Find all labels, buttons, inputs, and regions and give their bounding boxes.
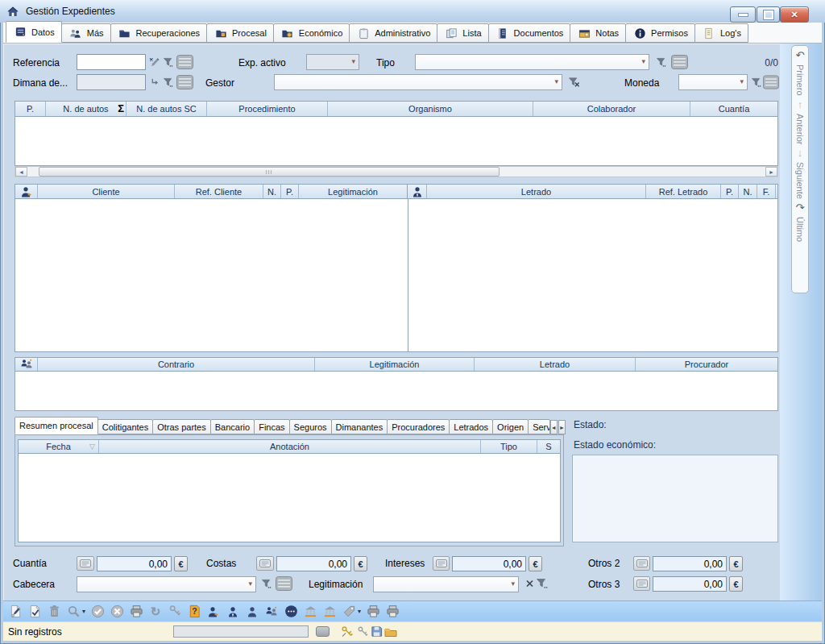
column-header-letrado2[interactable]: Letrado [475, 358, 636, 371]
procurador-icon[interactable] [245, 605, 259, 619]
minimize-button[interactable] [730, 6, 756, 23]
scroll-left-button[interactable]: ◄ [15, 167, 27, 177]
subtab-otras-partes[interactable]: Otras partes [152, 419, 211, 434]
nav-first-label[interactable]: Primero [795, 64, 805, 96]
subtab-seguros[interactable]: Seguros [289, 419, 332, 434]
tab-permisos[interactable]: Permisos [625, 23, 695, 43]
filter-icon[interactable] [162, 55, 174, 69]
otros2-input[interactable] [653, 556, 727, 571]
tab-economico[interactable]: Económico [273, 23, 350, 43]
letrado-icon[interactable] [226, 605, 240, 619]
moneda-select[interactable]: ▾ [678, 74, 748, 90]
accept-icon[interactable] [90, 605, 105, 619]
column-header-cuantia[interactable]: Cuantía [690, 102, 777, 116]
maximize-button[interactable] [757, 6, 780, 23]
column-header-ref-letrado[interactable]: Ref. Letrado [646, 185, 721, 198]
tab-lista[interactable]: Lista [437, 23, 488, 43]
nav-next-label[interactable]: Siguiente [795, 162, 805, 199]
dimana-input[interactable] [77, 74, 146, 90]
contrario-grid-body[interactable] [15, 372, 778, 411]
otros2-currency-button[interactable]: € [729, 556, 743, 571]
tab-documentos[interactable]: Documentos [488, 23, 571, 43]
legitimacion-clear-filter-icon[interactable] [522, 576, 553, 591]
intereses-keypad-button[interactable] [433, 556, 450, 571]
legitimacion-select[interactable]: ▾ [373, 576, 519, 592]
column-header-ref-cliente[interactable]: Ref. Cliente [175, 185, 263, 198]
contrario-icon[interactable] [264, 605, 279, 619]
subtab-bancario[interactable]: Bancario [210, 419, 255, 434]
column-header-p[interactable]: P. [281, 185, 299, 198]
refresh-icon[interactable]: ↻ [148, 605, 163, 619]
first-record-icon[interactable]: ↶ [796, 50, 805, 61]
column-header-autos[interactable]: N. de autos Σ [46, 102, 126, 116]
otros2-keypad-button[interactable] [633, 556, 650, 571]
new-record-icon[interactable] [8, 605, 23, 619]
subtab-letrados[interactable]: Letrados [449, 419, 493, 434]
column-header-procurador[interactable]: Procurador [636, 358, 777, 371]
nav-previous-label[interactable]: Anterior [795, 114, 805, 145]
estado-economico-listbox[interactable] [572, 455, 778, 542]
costas-keypad-button[interactable] [256, 556, 274, 571]
key-icon[interactable] [356, 625, 370, 638]
edit-record-icon[interactable] [27, 605, 42, 619]
costas-input[interactable] [276, 556, 351, 571]
column-header-anotacion[interactable]: Anotación [99, 440, 481, 453]
tab-procesal[interactable]: Procesal [206, 23, 274, 43]
tab-administrativo[interactable]: Administrativo [349, 23, 437, 43]
tab-logs[interactable]: Log's [694, 23, 748, 43]
column-header-p[interactable]: P. [15, 102, 46, 116]
permissions-keys-icon[interactable] [340, 625, 354, 638]
delete-icon[interactable] [47, 605, 61, 619]
tab-mas[interactable]: Más [61, 23, 111, 43]
print-preview-icon[interactable] [366, 605, 380, 619]
cliente-letrado-grid-body[interactable] [15, 199, 778, 352]
sum-icon[interactable]: Σ [118, 102, 124, 114]
moneda-filter-icon[interactable] [750, 75, 762, 89]
status-small-button[interactable] [316, 626, 330, 637]
column-header-n2[interactable]: N. [739, 185, 757, 198]
tab-notas[interactable]: Notas [570, 23, 626, 43]
bank-icon[interactable] [303, 605, 317, 619]
column-header-p2[interactable]: P. [721, 185, 739, 198]
cuantia-input[interactable] [97, 556, 172, 571]
referencia-input[interactable] [77, 54, 146, 70]
subtab-origen[interactable]: Origen [492, 419, 529, 434]
help-icon[interactable]: ? [187, 605, 201, 619]
last-record-icon[interactable]: ↷ [796, 202, 805, 214]
column-header-s[interactable]: S [537, 440, 560, 453]
previous-record-icon[interactable]: ↑ [798, 99, 803, 110]
tab-datos[interactable]: Datos [6, 21, 62, 43]
close-button[interactable]: ✕ [780, 6, 809, 23]
costas-currency-button[interactable]: € [354, 556, 367, 571]
tab-recuperaciones[interactable]: Recuperaciones [110, 23, 208, 43]
exp-activo-select[interactable]: ▾ [306, 54, 359, 70]
column-header-organismo[interactable]: Organismo [328, 102, 533, 116]
dimana-filter-icon[interactable] [162, 75, 174, 89]
column-header-colaborador[interactable]: Colaborador [533, 102, 690, 116]
print-list-icon[interactable] [385, 605, 400, 619]
intereses-input[interactable] [452, 556, 526, 571]
column-header-f[interactable]: F. [757, 185, 776, 198]
intereses-currency-button[interactable]: € [529, 556, 542, 571]
autonumber-icon[interactable] [148, 55, 161, 69]
subtab-resumen-procesal[interactable]: Resumen procesal [15, 417, 98, 434]
cuantia-currency-button[interactable]: € [174, 556, 188, 571]
subtab-scroll-left[interactable]: ◄ [550, 420, 558, 434]
column-header-legitimacion[interactable]: Legitimación [299, 185, 408, 198]
folder-icon[interactable] [383, 625, 397, 638]
list-button-icon[interactable] [176, 55, 193, 69]
link-arrow-icon[interactable] [148, 75, 161, 89]
subtab-dimanantes[interactable]: Dimanantes [331, 419, 388, 434]
moneda-list-icon[interactable] [763, 75, 779, 89]
search-menu-caret-icon[interactable]: ▾ [82, 608, 85, 615]
clear-filter-icon[interactable] [566, 75, 582, 89]
cancel-icon[interactable] [110, 605, 124, 619]
tag-icon[interactable] [342, 605, 356, 619]
autos-grid-body[interactable] [15, 117, 778, 166]
subtab-servicios[interactable]: Servi [528, 419, 549, 434]
otros3-currency-button[interactable]: € [729, 576, 743, 592]
tipo-filter-icon[interactable] [654, 55, 667, 69]
subtab-scroll-right[interactable]: ► [558, 420, 566, 434]
cabecera-list-icon[interactable] [276, 576, 292, 591]
column-header-letrado[interactable]: Letrado [427, 185, 646, 198]
